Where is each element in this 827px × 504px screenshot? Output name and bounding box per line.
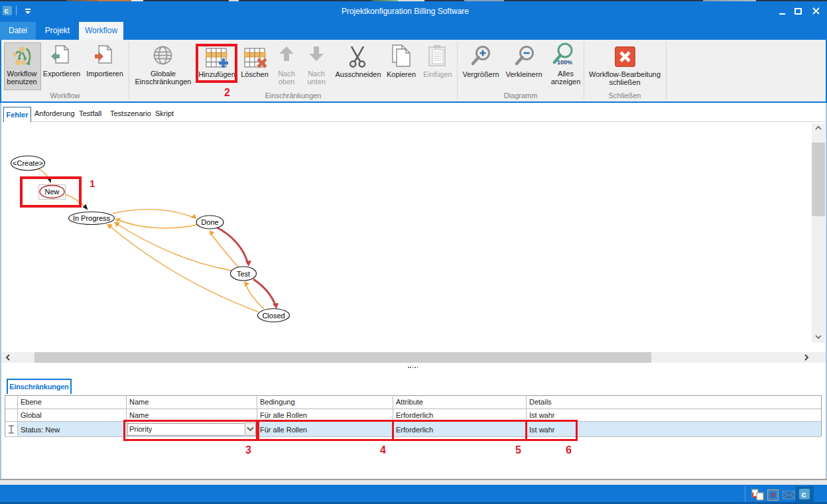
svg-text:Done: Done bbox=[201, 218, 218, 226]
svg-text:In Progress: In Progress bbox=[73, 214, 111, 222]
svg-text:Test: Test bbox=[237, 270, 250, 278]
svg-text:<Create>: <Create> bbox=[13, 159, 43, 167]
svg-text:Closed: Closed bbox=[262, 312, 285, 320]
